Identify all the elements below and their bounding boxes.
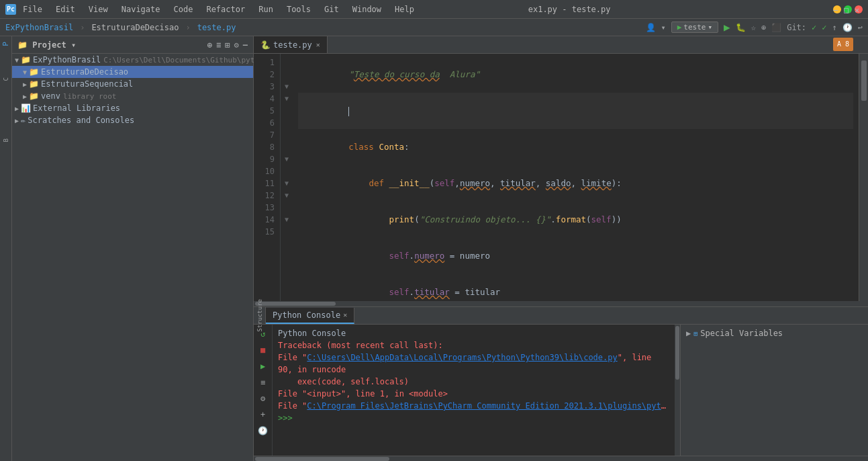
console-error-line-2: exec(code, self.locals) (278, 376, 669, 388)
scroll-thumb[interactable] (861, 60, 867, 101)
scroll-thumb-horizontal[interactable] (255, 302, 336, 306)
tab-file-icon: 🐍 (260, 40, 271, 50)
close-button[interactable]: ✕ (855, 5, 863, 13)
menu-tools[interactable]: Tools (284, 3, 314, 15)
console-link-2[interactable]: C:\Program Files\JetBrains\PyCharm Commu… (307, 401, 669, 411)
tab-teste-py[interactable]: 🐍 teste.py ✕ (254, 36, 328, 53)
window-controls: — □ ✕ (833, 5, 863, 13)
tree-item-estrutura-decisao[interactable]: ▼ 📁 EstruturaDeDecisao (12, 66, 253, 78)
console-stop-button[interactable]: ■ (256, 343, 270, 357)
main-area: P C B 📁 Project ▾ ⊕ ≡ ⊞ ⚙ — ▼ 📁 ExPython… (0, 36, 868, 461)
run-play-button[interactable]: ▶ (724, 21, 730, 34)
console-link-1[interactable]: C:\Users\Dell\AppData\Local\Programs\Pyt… (307, 353, 617, 362)
console-softrap-button[interactable]: ≡ (256, 376, 270, 389)
menu-run[interactable]: Run (256, 3, 276, 15)
console-clock-button[interactable]: 🕐 (256, 424, 270, 437)
menu-bar: File Edit View Navigate Code Refactor Ru… (20, 3, 417, 15)
code-line-5: print("Construindo objeto... {}".format(… (298, 202, 853, 238)
profile-button[interactable]: 👤 ▾ (646, 23, 665, 32)
run-config-button[interactable]: ▶ teste ▾ (671, 22, 718, 33)
breadcrumb-middle[interactable]: EstruturaDeDecisao (91, 23, 179, 32)
editor-scrollbar-bottom[interactable] (254, 301, 868, 306)
line-numbers: 12345 678910 1112131415 (254, 54, 281, 301)
minimize-button[interactable]: — (833, 5, 841, 13)
editor-scrollbar-right[interactable] (859, 54, 868, 301)
tree-header-icons: ⊕ ≡ ⊞ ⚙ — (207, 40, 248, 50)
tree-locate-icon[interactable]: ⊕ (207, 40, 212, 50)
menu-view[interactable]: View (86, 3, 111, 15)
code-line-1: "Teste do curso da Alura" (298, 56, 853, 93)
maximize-button[interactable]: □ (844, 5, 852, 13)
file-tree-header: 📁 Project ▾ ⊕ ≡ ⊞ ⚙ — (12, 36, 253, 54)
special-variables-panel: ▶ ⊞ Special Variables (680, 325, 868, 456)
console-scroll-thumb-h[interactable] (255, 457, 389, 461)
stop-button[interactable]: ⬛ (771, 23, 781, 32)
git-push-icon[interactable]: ✓ (822, 23, 826, 32)
console-scroll-thumb[interactable] (675, 326, 679, 380)
tree-collapse-icon[interactable]: ≡ (216, 40, 221, 50)
breadcrumb-root[interactable]: ExPythonBrasil (5, 23, 73, 32)
menu-window[interactable]: Window (350, 3, 384, 15)
tree-item-root[interactable]: ▼ 📁 ExPythonBrasil C:\Users\Dell\Documen… (12, 54, 253, 66)
code-line-6: self.numero = numero (298, 238, 853, 274)
bottom-structure-strip: Structure (254, 307, 266, 324)
code-editor[interactable]: 12345 678910 1112131415 ▼ ▼ ▼ ▼ ▼ ▼ (254, 54, 868, 301)
python-console-tab-close[interactable]: ✕ (343, 311, 347, 319)
git-label: Git: (787, 23, 806, 32)
run-dropdown-icon: ▾ (708, 23, 712, 32)
git-history-icon[interactable]: 🕐 (842, 23, 853, 32)
bottom-tab-bar: Structure Python Console ✕ (254, 307, 868, 325)
tree-item-external-libs[interactable]: ▶ 📊 External Libraries (12, 102, 253, 114)
window-title: ex1.py - teste.py (528, 5, 611, 14)
tree-settings-icon[interactable]: ⚙ (234, 40, 239, 50)
console-scrollbar-bottom[interactable] (254, 456, 868, 461)
menu-file[interactable]: File (20, 3, 45, 15)
console-settings-button[interactable]: ⚙ (256, 392, 270, 405)
tree-hide-icon[interactable]: — (243, 40, 248, 50)
console-traceback: Traceback (most recent call last): (278, 339, 669, 351)
bottom-panel: Structure Python Console ✕ ↺ ■ ▶ ≡ ⚙ + 🕐 (254, 306, 868, 461)
project-icon[interactable]: P (1, 42, 10, 46)
editor-container: 🐍 teste.py ✕ 12345 678910 1112131415 ▼ ▼ (254, 36, 868, 461)
menu-edit[interactable]: Edit (53, 3, 78, 15)
title-bar: Pc File Edit View Navigate Code Refactor… (0, 0, 868, 19)
menu-navigate[interactable]: Navigate (119, 3, 163, 15)
git-check-icon[interactable]: ✓ (812, 23, 816, 32)
project-label: 📁 Project ▾ (17, 40, 76, 50)
console-add-button[interactable]: + (256, 408, 270, 421)
profile-run-button[interactable]: ⊕ (761, 23, 766, 32)
menu-refactor[interactable]: Refactor (203, 3, 248, 15)
menu-help[interactable]: Help (392, 3, 417, 15)
console-error-line-4: File "C:\Program Files\JetBrains\PyCharm… (278, 400, 669, 412)
bottom-content: ↺ ■ ▶ ≡ ⚙ + 🕐 Python Console Traceback (… (254, 325, 868, 456)
app-icon: Pc (5, 4, 16, 15)
bookmarks-icon[interactable]: B (3, 138, 9, 142)
cursor (348, 107, 349, 116)
menu-code[interactable]: Code (171, 3, 196, 15)
breadcrumb-file[interactable]: teste.py (197, 23, 236, 32)
code-line-2 (298, 93, 853, 129)
menu-git[interactable]: Git (322, 3, 342, 15)
tab-python-console[interactable]: Python Console ✕ (266, 308, 354, 324)
coverage-button[interactable]: ☆ (751, 23, 756, 32)
tree-item-estrutura-sequencial[interactable]: ▶ 📁 EstruturaSequencial (12, 78, 253, 90)
console-scrollbar[interactable] (675, 325, 680, 456)
breadcrumb-sep2: › (185, 23, 190, 32)
debug-button[interactable]: 🐛 (736, 23, 746, 32)
structure-label[interactable]: Structure (256, 299, 263, 332)
console-error-line-3: File "<input>", line 1, in <module> (278, 388, 669, 400)
special-vars-expand-icon: ▶ (686, 329, 691, 338)
console-play-button[interactable]: ▶ (256, 360, 270, 373)
run-config-label: teste (683, 23, 706, 32)
console-output: Python Console Traceback (most recent ca… (273, 325, 675, 456)
tree-item-scratches[interactable]: ▶ ✏️ Scratches and Consoles (12, 114, 253, 126)
tree-item-venv[interactable]: ▶ 📁 venv library root (12, 90, 253, 102)
commit-icon[interactable]: C (3, 77, 9, 81)
git-update-icon[interactable]: ↑ (832, 23, 837, 32)
console-prompt[interactable]: >>> (278, 412, 669, 424)
special-variables-header[interactable]: ▶ ⊞ Special Variables (683, 327, 865, 339)
code-text[interactable]: A 8 "Teste do curso da Alura" class Cont… (293, 54, 859, 301)
git-revert-icon[interactable]: ↩ (858, 23, 863, 32)
tab-close-button[interactable]: ✕ (316, 41, 320, 48)
tree-expand-icon[interactable]: ⊞ (225, 40, 230, 50)
